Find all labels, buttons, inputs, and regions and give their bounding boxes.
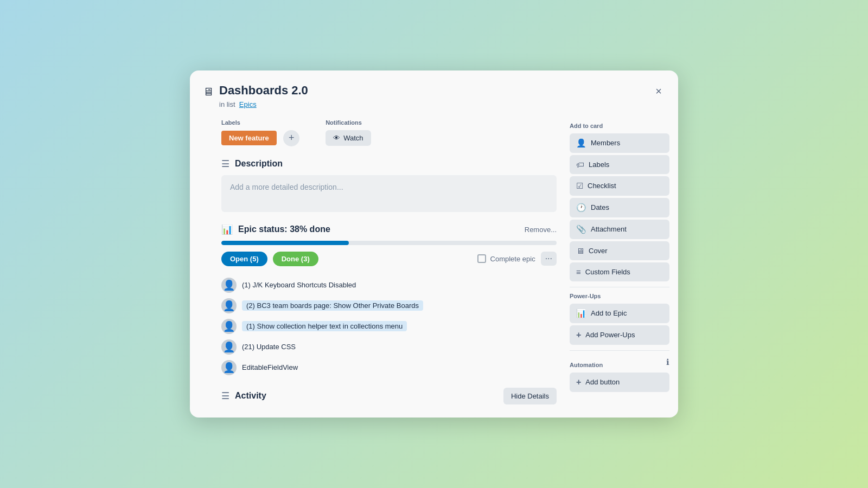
activity-header: ☰ Activity Hide Details (221, 388, 557, 404)
avatar-icon: 👤 (223, 341, 235, 353)
modal-title: Dashboards 2.0 (219, 84, 647, 98)
labels-section: Labels New feature + (221, 119, 299, 146)
description-icon: ☰ (221, 158, 229, 170)
labels-icon: 🏷 (576, 160, 584, 169)
epic-item: 👤 (2) BC3 team boards page: Show Other P… (221, 296, 557, 316)
activity-title: Activity (235, 391, 266, 401)
cover-icon: 🖥 (576, 246, 584, 255)
avatar: 👤 (221, 278, 237, 293)
avatar: 👤 (221, 298, 237, 313)
modal-title-block: Dashboards 2.0 in list Epics (219, 84, 647, 108)
cover-label: Cover (589, 247, 608, 255)
labels-button[interactable]: 🏷 Labels (570, 155, 669, 174)
card-modal: 🖥 Dashboards 2.0 in list Epics × Labels … (190, 70, 678, 417)
attachment-button[interactable]: 📎 Attachment (570, 220, 669, 239)
add-powerups-button[interactable]: + Add Power-Ups (570, 325, 669, 345)
activity-title-row: ☰ Activity (221, 390, 266, 402)
more-options-button[interactable]: ··· (541, 252, 557, 266)
epics-link[interactable]: Epics (239, 100, 257, 108)
power-ups-label: Power-Ups (570, 293, 669, 299)
notifications-section-label: Notifications (326, 119, 371, 126)
avatar: 👤 (221, 319, 237, 334)
cover-button[interactable]: 🖥 Cover (570, 241, 669, 260)
complete-epic-row: Complete epic (477, 254, 535, 263)
modal-header: 🖥 Dashboards 2.0 in list Epics × (190, 70, 678, 108)
add-to-epic-icon: 📊 (576, 309, 586, 318)
info-icon[interactable]: ℹ (666, 357, 669, 367)
epic-status-title: Epic status: 38% done (238, 224, 330, 234)
epic-item-text[interactable]: EditableFieldView (242, 363, 298, 371)
custom-fields-button[interactable]: ≡ Custom Fields (570, 262, 669, 281)
epic-items-list: 👤 (1) J/K Keyboard Shortcuts Disabled 👤 … (221, 275, 557, 378)
modal-body: Labels New feature + Notifications 👁 Wat… (190, 108, 678, 418)
avatar-icon: 👤 (223, 279, 235, 291)
divider-2 (570, 350, 669, 351)
new-feature-label-badge[interactable]: New feature (221, 131, 277, 145)
attachment-label: Attachment (591, 225, 627, 233)
epic-item-text[interactable]: (2) BC3 team boards page: Show Other Pri… (242, 300, 423, 311)
description-section-header: ☰ Description (221, 158, 557, 170)
epic-item-text[interactable]: (1) J/K Keyboard Shortcuts Disabled (242, 281, 356, 289)
add-label-button[interactable]: + (283, 130, 299, 146)
labels-section-label: Labels (221, 119, 299, 126)
watch-label: Watch (343, 134, 363, 142)
dates-label: Dates (591, 203, 609, 211)
epic-item-text[interactable]: (1) Show collection helper text in colle… (242, 321, 407, 331)
dates-button[interactable]: 🕐 Dates (570, 198, 669, 217)
avatar-icon: 👤 (223, 362, 235, 374)
add-to-card-label: Add to card (570, 123, 669, 129)
add-to-epic-label: Add to Epic (591, 309, 627, 317)
hide-details-button[interactable]: Hide Details (503, 388, 557, 404)
members-label: Members (591, 139, 620, 147)
activity-icon: ☰ (221, 390, 229, 402)
epic-item-text[interactable]: (21) Update CSS (242, 343, 296, 351)
modal-sidebar: Add to card 👤 Members 🏷 Labels ☑ Checkli… (570, 108, 678, 418)
complete-epic-label: Complete epic (490, 255, 535, 263)
epic-item: 👤 (1) Show collection helper text in col… (221, 316, 557, 337)
add-powerups-icon: + (576, 330, 581, 340)
checklist-button[interactable]: ☑ Checklist (570, 176, 669, 196)
close-button[interactable]: × (652, 84, 665, 99)
description-area[interactable]: Add a more detailed description... (221, 175, 557, 212)
automation-row: Automation ℹ (570, 356, 669, 368)
epic-status-title-row: 📊 Epic status: 38% done (221, 224, 330, 235)
attachment-icon: 📎 (576, 224, 586, 234)
automation-label: Automation (570, 362, 603, 368)
members-button[interactable]: 👤 Members (570, 133, 669, 153)
avatar: 👤 (221, 339, 237, 355)
labels-label: Labels (589, 160, 609, 169)
card-type-icon: 🖥 (203, 86, 214, 98)
custom-fields-label: Custom Fields (585, 268, 630, 276)
add-powerups-label: Add Power-Ups (585, 331, 635, 339)
add-button-label: Add button (585, 378, 620, 386)
avatar-icon: 👤 (223, 320, 235, 332)
avatar: 👤 (221, 360, 237, 375)
members-icon: 👤 (576, 138, 586, 148)
modal-subtitle: in list Epics (219, 100, 647, 108)
add-to-epic-button[interactable]: 📊 Add to Epic (570, 304, 669, 323)
dates-icon: 🕐 (576, 203, 586, 213)
subtitle-prefix: in list (219, 100, 235, 108)
progress-bar-bg (221, 241, 557, 245)
done-pill[interactable]: Done (3) (273, 252, 318, 266)
add-button-icon: + (576, 377, 581, 387)
remove-link[interactable]: Remove... (525, 226, 557, 234)
progress-bar-fill (221, 241, 349, 245)
watch-icon: 👁 (333, 134, 340, 142)
epic-item: 👤 (1) J/K Keyboard Shortcuts Disabled (221, 275, 557, 296)
checklist-icon: ☑ (576, 181, 583, 191)
checklist-label: Checklist (588, 182, 616, 190)
watch-button[interactable]: 👁 Watch (326, 130, 371, 146)
open-pill[interactable]: Open (5) (221, 252, 267, 266)
divider-1 (570, 287, 669, 287)
description-title: Description (235, 159, 283, 169)
epic-status-icon: 📊 (221, 224, 233, 235)
add-button-button[interactable]: + Add button (570, 373, 669, 392)
modal-main: Labels New feature + Notifications 👁 Wat… (190, 108, 570, 418)
avatar-icon: 👤 (223, 300, 235, 312)
epic-item: 👤 EditableFieldView (221, 357, 557, 378)
complete-epic-checkbox[interactable] (477, 254, 486, 263)
epic-item: 👤 (21) Update CSS (221, 337, 557, 357)
meta-row: Labels New feature + Notifications 👁 Wat… (221, 119, 557, 146)
custom-fields-icon: ≡ (576, 267, 581, 277)
